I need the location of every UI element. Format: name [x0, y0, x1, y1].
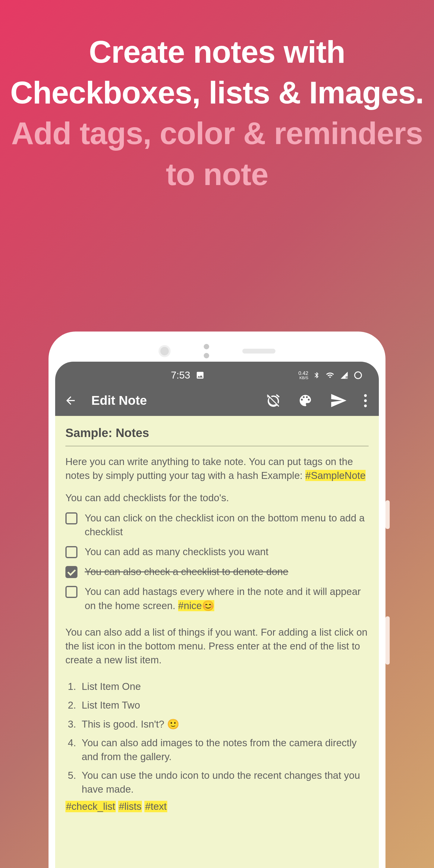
send-icon[interactable] — [330, 392, 347, 409]
tags-row: #check_list #lists #text — [65, 801, 369, 812]
signal-icon: R — [340, 371, 349, 379]
checklist-text[interactable]: You can add hastags every where in the n… — [85, 585, 369, 613]
list-item[interactable]: 3.This is good. Isn't? 🙂 — [68, 717, 369, 731]
hashtag[interactable]: #nice😊 — [178, 600, 214, 611]
checklist-item[interactable]: You can add hastags every where in the n… — [65, 585, 369, 613]
list-item[interactable]: 4.You can also add images to the notes f… — [68, 736, 369, 764]
phone-frame: 7:53 0.42 KB/S R Edit Note — [49, 332, 385, 868]
image-icon — [195, 371, 205, 380]
camera-dot — [158, 345, 170, 357]
location-icon — [353, 371, 363, 380]
checkbox-checked[interactable] — [65, 566, 78, 578]
svg-point-1 — [355, 372, 362, 379]
list-item[interactable]: 2.List Item Two — [68, 698, 369, 712]
ordered-list[interactable]: 1.List Item One 2.List Item Two 3.This i… — [65, 680, 369, 796]
app-bar: Edit Note — [55, 385, 379, 416]
back-arrow-icon[interactable] — [64, 394, 77, 407]
list-intro[interactable]: You can also add a list of things if you… — [65, 625, 369, 667]
hero-line-2: Add tags, color & reminders to note — [0, 113, 434, 194]
status-time: 7:53 — [171, 370, 190, 381]
overflow-menu-icon[interactable] — [364, 394, 367, 407]
hashtag[interactable]: #check_list — [65, 801, 116, 812]
checklist-text[interactable]: You can add as many checklists you want — [85, 545, 269, 559]
checkbox[interactable] — [65, 546, 78, 558]
phone-hardware-top — [49, 332, 385, 362]
network-speed: 0.42 KB/S — [299, 371, 308, 380]
status-bar: 7:53 0.42 KB/S R — [55, 362, 379, 385]
phone-screen: 7:53 0.42 KB/S R Edit Note — [55, 362, 379, 868]
hashtag[interactable]: #lists — [118, 801, 142, 812]
list-item[interactable]: 1.List Item One — [68, 680, 369, 693]
checkbox[interactable] — [65, 513, 78, 524]
bluetooth-icon — [313, 371, 320, 379]
checklist-text[interactable]: You can click on the checklist icon on t… — [85, 511, 369, 539]
note-intro[interactable]: Here you can write anything to take note… — [65, 455, 369, 483]
list-item[interactable]: 5.You can use the undo icon to undo the … — [68, 769, 369, 796]
checklist-intro[interactable]: You can add checklists for the todo's. — [65, 491, 369, 505]
svg-text:R: R — [346, 375, 348, 379]
hero-line-1: Create notes with Checkboxes, lists & Im… — [0, 32, 434, 113]
palette-icon[interactable] — [298, 393, 313, 408]
checklist-text[interactable]: You can also check a checklist to denote… — [85, 565, 288, 579]
hero-text: Create notes with Checkboxes, lists & Im… — [0, 0, 434, 195]
note-title[interactable]: Sample: Notes — [65, 426, 369, 446]
hashtag[interactable]: #text — [144, 801, 167, 812]
checklist-item[interactable]: You can add as many checklists you want — [65, 545, 369, 559]
checklist-item[interactable]: You can click on the checklist icon on t… — [65, 511, 369, 539]
phone-side-button-1 — [385, 500, 390, 529]
speaker-grille — [242, 349, 276, 353]
checkbox[interactable] — [65, 586, 78, 598]
checklist-item[interactable]: You can also check a checklist to denote… — [65, 565, 369, 579]
page-title: Edit Note — [91, 393, 266, 408]
hashtag[interactable]: #SampleNote — [305, 470, 366, 481]
wifi-icon — [325, 371, 335, 379]
note-body[interactable]: Sample: Notes Here you can write anythin… — [55, 416, 379, 868]
alarm-off-icon[interactable] — [266, 393, 281, 408]
phone-side-button-2 — [385, 616, 390, 664]
sensor-dots — [204, 344, 209, 358]
